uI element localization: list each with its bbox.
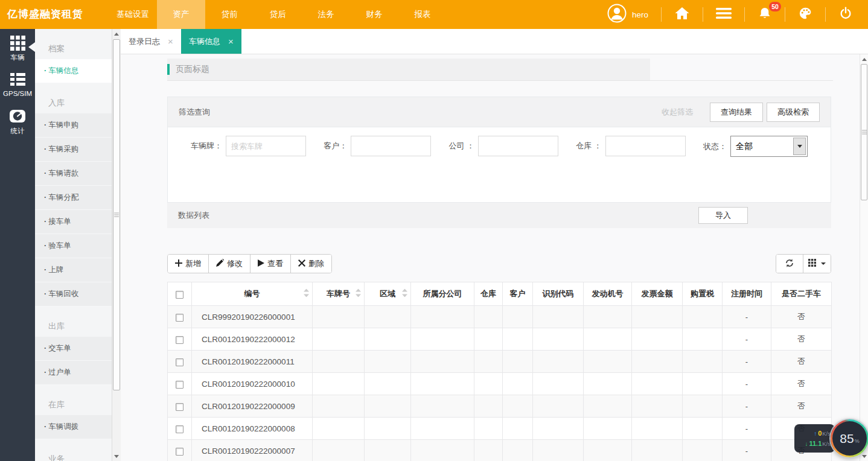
- submenu-sidebar: 档案车辆信息入库车辆申购车辆采购车辆请款车辆分配接车单验车单上牌车辆回收出库交车…: [35, 29, 112, 461]
- menu-item-inspection-order[interactable]: 验车单: [35, 234, 112, 258]
- nav-item-post-loan[interactable]: 贷后: [254, 0, 302, 29]
- scrollbar-thumb[interactable]: [113, 39, 120, 390]
- customer-input[interactable]: [351, 136, 431, 156]
- filter-label-plate: 车辆牌：: [191, 141, 222, 151]
- delete-button[interactable]: 删除: [291, 255, 331, 273]
- data-table: 编号车牌号区域所属分公司仓库客户识别代码发动机号发票金额购置税注册时间是否二手车…: [167, 282, 832, 461]
- nav-item-pre-loan[interactable]: 贷前: [205, 0, 254, 29]
- tab-login-log[interactable]: 登录日志×: [121, 29, 181, 54]
- row-select-cell: [168, 351, 192, 373]
- column-header-code[interactable]: 编号: [192, 282, 313, 306]
- sort-icon[interactable]: [356, 289, 361, 299]
- dropdown-arrow-button[interactable]: [793, 138, 806, 155]
- view-button[interactable]: 查看: [251, 255, 291, 273]
- table-row[interactable]: CLR99920190226000001-否: [168, 306, 832, 328]
- user-menu[interactable]: hero: [595, 0, 661, 29]
- menu-item-vehicle-info[interactable]: 车辆信息: [35, 59, 112, 83]
- scrollbar-thumb[interactable]: [861, 64, 867, 200]
- menu-item-pickup-order[interactable]: 接车单: [35, 210, 112, 234]
- submenu-scrollbar[interactable]: [112, 29, 121, 461]
- import-button[interactable]: 导入: [698, 207, 748, 224]
- nav-item-base-settings[interactable]: 基础设置: [109, 0, 157, 29]
- rail-item-statistics[interactable]: 统计: [0, 103, 35, 139]
- page-title-bar: 页面标题: [167, 59, 650, 80]
- row-checkbox[interactable]: [176, 314, 183, 322]
- theme-button[interactable]: [785, 0, 825, 29]
- cell-purchase-tax: [683, 306, 723, 328]
- row-checkbox[interactable]: [176, 358, 183, 366]
- row-checkbox[interactable]: [176, 381, 183, 389]
- plate-input[interactable]: [226, 136, 306, 156]
- company-input[interactable]: [478, 136, 558, 156]
- home-button[interactable]: [662, 0, 703, 29]
- table-row[interactable]: CLR00120190222000007-否: [168, 440, 832, 461]
- refresh-button[interactable]: [776, 255, 803, 273]
- scroll-down-arrow[interactable]: [112, 451, 121, 461]
- select-all-checkbox[interactable]: [176, 291, 183, 299]
- column-header-vin: 识别代码: [533, 282, 584, 306]
- logout-button[interactable]: [826, 0, 866, 29]
- tab-vehicle-info[interactable]: 车辆信息×: [181, 29, 241, 54]
- advanced-search-button[interactable]: 高级检索: [767, 103, 820, 122]
- username: hero: [632, 10, 648, 19]
- close-icon[interactable]: ×: [168, 36, 173, 46]
- menu-item-plate-register[interactable]: 上牌: [35, 258, 112, 282]
- query-results-button[interactable]: 查询结果: [710, 103, 763, 122]
- scroll-up-arrow[interactable]: [112, 29, 121, 39]
- nav-item-finance[interactable]: 财务: [350, 0, 398, 29]
- menu-item-vehicle-apply[interactable]: 车辆申购: [35, 113, 112, 138]
- menu-item-vehicle-dispatch[interactable]: 车辆调拨: [35, 415, 112, 439]
- warehouse-input[interactable]: [605, 136, 686, 156]
- menu-item-transfer-order[interactable]: 过户单: [35, 361, 112, 385]
- edit-button[interactable]: 修改: [209, 255, 251, 273]
- column-header-plate-no[interactable]: 车牌号: [313, 282, 365, 306]
- menu-toggle-button[interactable]: [703, 0, 744, 29]
- add-button[interactable]: 新增: [168, 255, 209, 273]
- cell-vin: [533, 418, 584, 440]
- row-checkbox[interactable]: [176, 403, 183, 411]
- row-checkbox[interactable]: [176, 425, 183, 433]
- tab-label: 车辆信息: [189, 36, 220, 47]
- table-row[interactable]: CLR00120190222000012-否: [168, 328, 832, 351]
- column-label: 客户: [510, 289, 526, 298]
- menu-item-vehicle-payment[interactable]: 车辆请款: [35, 162, 112, 186]
- row-select-cell: [168, 328, 192, 351]
- play-icon: [258, 259, 264, 269]
- nav-item-assets[interactable]: 资产: [157, 0, 205, 29]
- network-speed-widget[interactable]: ↑ 0 K/s ↓ 11.1 K/s: [794, 424, 835, 453]
- nav-item-legal[interactable]: 法务: [302, 0, 350, 29]
- cell-engine-no: [584, 395, 632, 418]
- percentage-gauge-widget[interactable]: 85 %: [831, 419, 868, 457]
- menu-item-vehicle-purchase[interactable]: 车辆采购: [35, 138, 112, 162]
- menu-item-vehicle-recycle[interactable]: 车辆回收: [35, 282, 112, 307]
- row-checkbox[interactable]: [176, 336, 183, 344]
- notifications-button[interactable]: 50: [745, 0, 785, 29]
- table-row[interactable]: CLR00120190222000011-否: [168, 351, 832, 373]
- table-row[interactable]: CLR00120190222000009-否: [168, 395, 832, 418]
- nav-item-reports[interactable]: 报表: [398, 0, 447, 29]
- cell-register-time: -: [723, 306, 771, 328]
- menu-item-delivery-order[interactable]: 交车单: [35, 337, 112, 361]
- row-checkbox[interactable]: [176, 448, 183, 456]
- collapse-filter-link[interactable]: 收起筛选: [662, 107, 693, 118]
- sort-icon[interactable]: [402, 289, 407, 299]
- column-header-region[interactable]: 区域: [365, 282, 411, 306]
- cell-purchase-tax: [683, 373, 723, 395]
- columns-button[interactable]: [803, 255, 831, 273]
- cell-region: [365, 328, 411, 351]
- scroll-up-arrow[interactable]: [860, 54, 868, 64]
- table-row[interactable]: CLR00120190222000010-否: [168, 373, 832, 395]
- cell-warehouse: [474, 418, 503, 440]
- menu-item-vehicle-allocate[interactable]: 车辆分配: [35, 186, 112, 210]
- close-icon[interactable]: ×: [228, 36, 234, 46]
- rail-item-vehicles[interactable]: 车辆: [0, 29, 35, 66]
- status-select[interactable]: 全部: [730, 136, 808, 157]
- main-scrollbar[interactable]: [860, 54, 868, 461]
- rail-item-gps-sim[interactable]: GPS/SIM: [0, 66, 35, 103]
- filter-field-status: 状态：全部: [703, 136, 808, 157]
- cell-plate-no: [313, 440, 365, 461]
- column-header-register-time: 注册时间: [723, 282, 771, 306]
- table-row[interactable]: CLR00120190222000008-否: [168, 418, 832, 440]
- cell-code: CLR00120190222000008: [192, 418, 313, 440]
- sort-icon[interactable]: [304, 289, 309, 299]
